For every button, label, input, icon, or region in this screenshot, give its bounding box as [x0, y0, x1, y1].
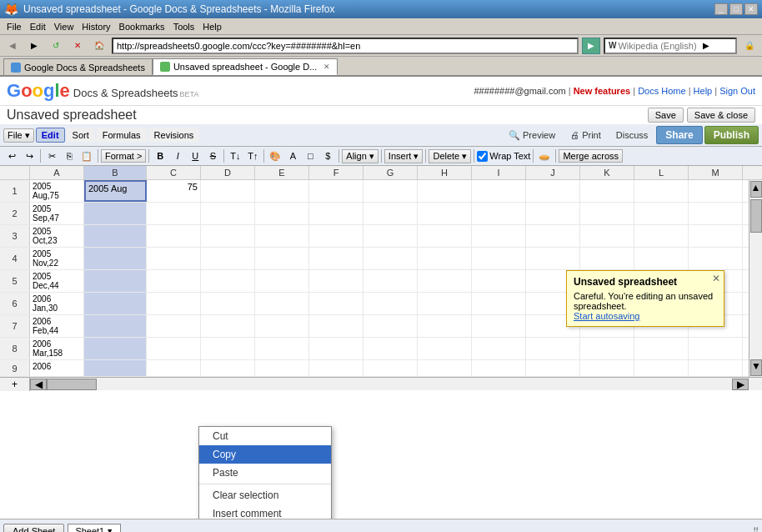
- cell-i1[interactable]: [472, 180, 526, 202]
- row-num-6[interactable]: 6: [0, 293, 30, 314]
- col-header-l[interactable]: L: [634, 166, 689, 179]
- cell-b6[interactable]: [84, 293, 147, 314]
- cell-j3[interactable]: [526, 225, 580, 247]
- cell-e3[interactable]: [255, 225, 309, 247]
- context-paste[interactable]: Paste: [199, 464, 331, 482]
- cell-g3[interactable]: [363, 225, 418, 247]
- cell-g1[interactable]: [363, 180, 418, 202]
- insert-dropdown[interactable]: Insert ▾: [384, 149, 424, 163]
- cell-f8[interactable]: [309, 338, 363, 359]
- cell-d4[interactable]: [201, 248, 255, 269]
- cell-c4[interactable]: [147, 248, 201, 269]
- cell-d5[interactable]: [201, 270, 255, 292]
- cell-h4[interactable]: [418, 248, 472, 269]
- strikethrough-button[interactable]: S: [204, 148, 221, 163]
- scrollbar-thumb-v[interactable]: [750, 199, 762, 233]
- sheet-tab-1[interactable]: Sheet1 ▼: [68, 524, 121, 532]
- redo-button[interactable]: ↪: [21, 148, 38, 163]
- home-button[interactable]: 🏠: [90, 38, 108, 54]
- cell-e7[interactable]: [255, 315, 309, 337]
- menu-view[interactable]: View: [51, 21, 78, 33]
- cell-e1[interactable]: [255, 180, 309, 202]
- cell-i7[interactable]: [472, 315, 526, 337]
- scrollbar-down-arrow[interactable]: ▼: [750, 359, 762, 376]
- cell-g7[interactable]: [363, 315, 418, 337]
- cell-e6[interactable]: [255, 293, 309, 314]
- cell-d2[interactable]: [201, 203, 255, 224]
- cell-c3[interactable]: [147, 225, 201, 247]
- cell-g9[interactable]: [363, 360, 418, 376]
- col-header-b[interactable]: B: [84, 166, 147, 179]
- menu-help[interactable]: Help: [199, 21, 225, 33]
- cell-a5[interactable]: 2005Dec,44: [30, 270, 84, 292]
- forward-button[interactable]: ▶: [25, 38, 43, 54]
- cell-f4[interactable]: [309, 248, 363, 269]
- font-bigger-button[interactable]: T↑: [244, 148, 261, 163]
- menu-file[interactable]: File: [3, 21, 25, 33]
- cell-b1[interactable]: 2005 Aug: [84, 180, 147, 202]
- back-button[interactable]: ◀: [3, 38, 22, 54]
- cell-h2[interactable]: [418, 203, 472, 224]
- cell-i6[interactable]: [472, 293, 526, 314]
- cell-b8[interactable]: [84, 338, 147, 359]
- pie-chart-button[interactable]: 🥧: [536, 148, 553, 163]
- scrollbar-right-arrow[interactable]: ▶: [732, 379, 749, 390]
- maximize-button[interactable]: □: [729, 3, 743, 15]
- cell-f6[interactable]: [309, 293, 363, 314]
- cell-f9[interactable]: [309, 360, 363, 376]
- cell-k2[interactable]: [580, 203, 634, 224]
- go-button[interactable]: ▶: [582, 38, 600, 54]
- merge-across-button[interactable]: Merge across: [559, 149, 623, 163]
- cell-k8[interactable]: [580, 338, 634, 359]
- cell-f1[interactable]: [309, 180, 363, 202]
- context-clear[interactable]: Clear selection: [199, 486, 331, 504]
- col-header-f[interactable]: F: [309, 166, 363, 179]
- cell-j8[interactable]: [526, 338, 580, 359]
- cell-c7[interactable]: [147, 315, 201, 337]
- save-close-button[interactable]: Save & close: [687, 108, 755, 123]
- row-num-7[interactable]: 7: [0, 315, 30, 337]
- file-menu-btn[interactable]: File ▾: [3, 128, 34, 143]
- cell-i8[interactable]: [472, 338, 526, 359]
- cell-h6[interactable]: [418, 293, 472, 314]
- cell-e8[interactable]: [255, 338, 309, 359]
- col-header-i[interactable]: I: [472, 166, 526, 179]
- col-header-e[interactable]: E: [255, 166, 309, 179]
- cell-i2[interactable]: [472, 203, 526, 224]
- cell-c8[interactable]: [147, 338, 201, 359]
- border-button[interactable]: □: [302, 148, 318, 163]
- cell-b4[interactable]: [84, 248, 147, 269]
- tab-docs-home[interactable]: Google Docs & Spreadsheets: [3, 58, 153, 75]
- preview-button[interactable]: 🔍 Preview: [502, 128, 562, 143]
- col-header-d[interactable]: D: [201, 166, 255, 179]
- help-link[interactable]: Help: [694, 86, 713, 96]
- cell-m3[interactable]: [689, 225, 743, 247]
- cell-a1[interactable]: 2005Aug,75: [30, 180, 84, 202]
- cell-k3[interactable]: [580, 225, 634, 247]
- refresh-button[interactable]: ↺: [47, 38, 65, 54]
- cell-h7[interactable]: [418, 315, 472, 337]
- context-insert-comment[interactable]: Insert comment: [199, 504, 331, 519]
- menu-bookmarks[interactable]: Bookmarks: [116, 21, 168, 33]
- cell-e9[interactable]: [255, 360, 309, 376]
- cell-a7[interactable]: 2006Feb,44: [30, 315, 84, 337]
- edit-menu-btn[interactable]: Edit: [36, 128, 65, 143]
- cell-g2[interactable]: [363, 203, 418, 224]
- cell-j2[interactable]: [526, 203, 580, 224]
- cell-c2[interactable]: [147, 203, 201, 224]
- vertical-scrollbar[interactable]: ▲ ▼: [749, 180, 762, 377]
- cell-j4[interactable]: [526, 248, 580, 269]
- tooltip-close-button[interactable]: ✕: [712, 273, 720, 284]
- cell-d8[interactable]: [201, 338, 255, 359]
- scrollbar-up-arrow[interactable]: ▲: [750, 181, 762, 198]
- cell-d7[interactable]: [201, 315, 255, 337]
- address-bar[interactable]: [112, 38, 579, 54]
- cell-m4[interactable]: [689, 248, 743, 269]
- tab-close-icon[interactable]: ✕: [323, 63, 330, 71]
- cell-c5[interactable]: [147, 270, 201, 292]
- row-num-5[interactable]: 5: [0, 270, 30, 292]
- scrollbar-thumb-h[interactable]: [47, 379, 97, 390]
- cell-f7[interactable]: [309, 315, 363, 337]
- cell-c1[interactable]: 75: [147, 180, 201, 202]
- cell-e5[interactable]: [255, 270, 309, 292]
